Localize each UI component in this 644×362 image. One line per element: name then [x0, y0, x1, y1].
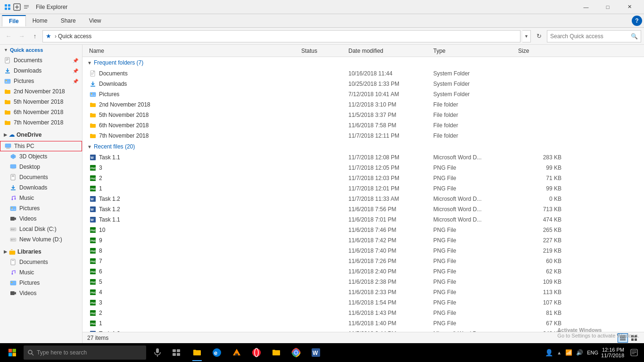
filename: 3: [99, 299, 102, 306]
sidebar-downloads-pc[interactable]: Downloads: [0, 182, 82, 193]
sidebar-onedrive-header[interactable]: ▶ ☁ OneDrive: [0, 130, 82, 140]
search-input[interactable]: [550, 33, 629, 40]
svg-text:PNG: PNG: [91, 271, 96, 273]
sidebar-videos[interactable]: Videos: [0, 214, 82, 224]
start-button[interactable]: [3, 343, 22, 362]
table-row[interactable]: PNG 7 11/6/2018 7:26 PM PNG File 60 KB: [83, 256, 644, 266]
sidebar-item-downloads-quick[interactable]: Downloads 📌: [0, 66, 82, 76]
network-icon[interactable]: 📶: [565, 349, 572, 356]
table-row[interactable]: Downloads 10/25/2018 1:33 PM System Fold…: [83, 79, 644, 89]
table-row[interactable]: PNG 1 11/6/2018 1:40 PM PNG File 67 KB: [83, 318, 644, 329]
volume-icon[interactable]: 🔊: [576, 349, 583, 356]
pin-documents-icon: 📌: [73, 58, 78, 63]
sidebar-item-documents-quick[interactable]: Documents 📌: [0, 55, 82, 66]
people-icon[interactable]: 👤: [545, 349, 553, 356]
recent-files-header[interactable]: ▼ Recent files (20): [83, 141, 644, 152]
table-row[interactable]: PNG 3 11/7/2018 12:05 PM PNG File 99 KB: [83, 163, 644, 173]
table-row[interactable]: 2nd November 2018 11/2/2018 3:10 PM File…: [83, 99, 644, 110]
sidebar-quickaccess-header[interactable]: ▼ Quick access: [0, 45, 82, 55]
taskbar-word[interactable]: W: [306, 343, 325, 362]
search-bar[interactable]: 🔍: [547, 30, 641, 42]
cortana-button[interactable]: [148, 343, 167, 362]
sidebar-music[interactable]: Music: [0, 193, 82, 203]
refresh-button[interactable]: ↻: [533, 30, 545, 42]
col-header-status[interactable]: Status: [299, 48, 347, 54]
large-icons-view-button[interactable]: [629, 333, 639, 343]
taskbar-edge[interactable]: e: [207, 343, 226, 362]
taskbar-vlc[interactable]: [227, 343, 246, 362]
address-dropdown-button[interactable]: ▼: [522, 30, 531, 42]
sidebar-lib-pictures[interactable]: Pictures: [0, 278, 82, 288]
sidebar-lib-documents[interactable]: Documents: [0, 257, 82, 267]
file-area: Name Status Date modified Type Size ▼ Fr…: [83, 45, 644, 343]
table-row[interactable]: 7th November 2018 11/7/2018 12:11 PM Fil…: [83, 131, 644, 141]
taskbar-opera[interactable]: [247, 343, 266, 362]
table-row[interactable]: PNG 2 11/7/2018 12:03 PM PNG File 71 KB: [83, 173, 644, 183]
taskbar-clock[interactable]: 12:16 PM 11/7/2018: [601, 347, 624, 358]
forward-button[interactable]: →: [16, 31, 27, 42]
table-row[interactable]: PNG 2 11/6/2018 1:43 PM PNG File 81 KB: [83, 308, 644, 318]
table-row[interactable]: PNG 10 11/6/2018 7:46 PM PNG File 265 KB: [83, 225, 644, 235]
table-row[interactable]: Documents 10/16/2018 11:44 System Folder: [83, 68, 644, 79]
tab-home[interactable]: Home: [26, 16, 54, 26]
clock-date: 11/7/2018: [601, 353, 624, 358]
maximize-button[interactable]: □: [597, 0, 619, 14]
table-row[interactable]: W Task 1.2 11/6/2018 7:56 PM Microsoft W…: [83, 204, 644, 214]
table-row[interactable]: PNG 3 11/6/2018 1:54 PM PNG File 107 KB: [83, 297, 644, 308]
table-row[interactable]: PNG 9 11/6/2018 7:42 PM PNG File 227 KB: [83, 235, 644, 246]
col-header-name[interactable]: Name: [87, 48, 299, 54]
sidebar-desktop[interactable]: Desktop: [0, 162, 82, 172]
sidebar-3dobjects[interactable]: 3D Objects: [0, 151, 82, 162]
edge-icon: e: [212, 348, 222, 357]
table-row[interactable]: PNG 6 11/6/2018 2:40 PM PNG File 62 KB: [83, 266, 644, 277]
col-header-type[interactable]: Type: [431, 48, 516, 54]
table-row[interactable]: 6th November 2018 11/6/2018 7:58 PM File…: [83, 120, 644, 131]
table-row[interactable]: 5th November 2018 11/5/2018 3:37 PM File…: [83, 110, 644, 120]
sidebar-local-disk-c[interactable]: Local Disk (C:): [0, 224, 82, 234]
expand-icon[interactable]: ▲: [557, 350, 561, 355]
sidebar-item-7th-nov[interactable]: 7th November 2018: [0, 117, 82, 128]
table-row[interactable]: PNG 4 11/6/2018 2:33 PM PNG File 113 KB: [83, 287, 644, 297]
frequent-folders-header[interactable]: ▼ Frequent folders (7): [83, 57, 644, 68]
up-button[interactable]: ↑: [29, 31, 41, 42]
taskbar-file-explorer-2[interactable]: [267, 343, 286, 362]
file-type: System Folder: [431, 91, 516, 98]
back-button[interactable]: ←: [3, 31, 14, 42]
notification-center-button[interactable]: [627, 343, 641, 362]
sidebar-pictures-pc[interactable]: Pictures: [0, 203, 82, 214]
sidebar-libraries-header[interactable]: ▶ Libraries: [0, 247, 82, 257]
col-header-date[interactable]: Date modified: [347, 48, 431, 54]
breadcrumb-bar[interactable]: ★ › Quick access: [42, 30, 520, 42]
table-row[interactable]: PNG 1 11/7/2018 12:01 PM PNG File 99 KB: [83, 183, 644, 194]
table-row[interactable]: PNG 5 11/6/2018 2:38 PM PNG File 109 KB: [83, 277, 644, 287]
taskbar-chrome[interactable]: [287, 343, 305, 362]
sidebar-item-2nd-nov[interactable]: 2nd November 2018: [0, 86, 82, 97]
tab-share[interactable]: Share: [54, 16, 83, 26]
language-indicator[interactable]: ENG: [587, 350, 598, 355]
sidebar-new-volume-d[interactable]: New Volume (D:): [0, 234, 82, 245]
table-row[interactable]: PNG 8 11/6/2018 7:40 PM PNG File 219 KB: [83, 246, 644, 256]
table-row[interactable]: W Task 1.1 11/7/2018 12:08 PM Microsoft …: [83, 152, 644, 163]
details-view-button[interactable]: [618, 333, 628, 343]
table-row[interactable]: W Task 1.2 11/5/2018 2:44 PM Microsoft W…: [83, 329, 644, 332]
minimize-button[interactable]: —: [575, 0, 597, 14]
sidebar-item-6th-nov[interactable]: 6th November 2018: [0, 107, 82, 117]
tab-file[interactable]: File: [2, 15, 26, 26]
taskbar-file-explorer[interactable]: [188, 343, 206, 362]
sidebar-documents-pc[interactable]: Documents: [0, 172, 82, 182]
tab-view[interactable]: View: [83, 16, 108, 26]
col-header-size[interactable]: Size: [516, 48, 563, 54]
sidebar-item-pictures-quick[interactable]: Pictures 📌: [0, 76, 82, 86]
taskbar-search[interactable]: Type here to search: [24, 346, 146, 360]
sidebar-lib-music[interactable]: Music: [0, 267, 82, 278]
ribbon-help-button[interactable]: ?: [632, 16, 642, 26]
sidebar-item-5th-nov[interactable]: 5th November 2018: [0, 97, 82, 107]
filename: Pictures: [99, 91, 119, 98]
sidebar-this-pc[interactable]: This PC: [0, 141, 82, 151]
table-row[interactable]: W Task 1.1 11/6/2018 7:01 PM Microsoft W…: [83, 214, 644, 225]
table-row[interactable]: Pictures 7/12/2018 10:41 AM System Folde…: [83, 89, 644, 99]
task-view-button[interactable]: [167, 343, 186, 362]
close-button[interactable]: ✕: [619, 0, 640, 14]
sidebar-lib-videos[interactable]: Videos: [0, 288, 82, 298]
table-row[interactable]: W Task 1.2 11/7/2018 11:33 AM Microsoft …: [83, 194, 644, 204]
